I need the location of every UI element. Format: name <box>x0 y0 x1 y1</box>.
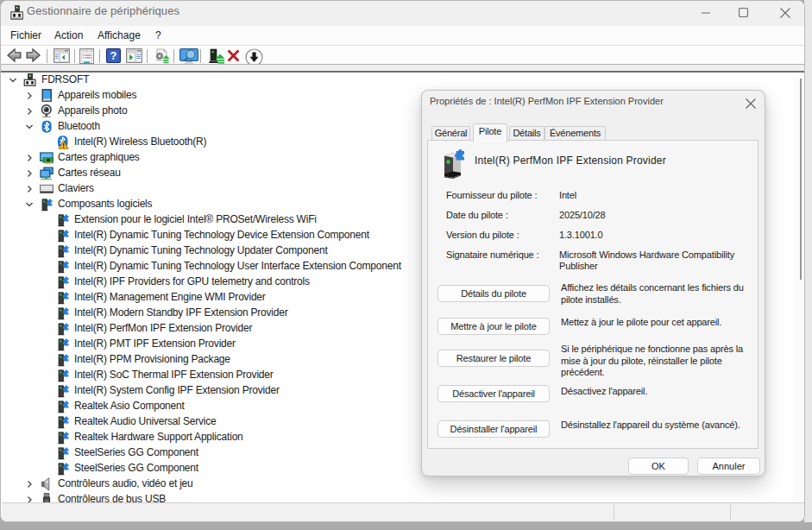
svg-text:?: ? <box>110 49 117 62</box>
